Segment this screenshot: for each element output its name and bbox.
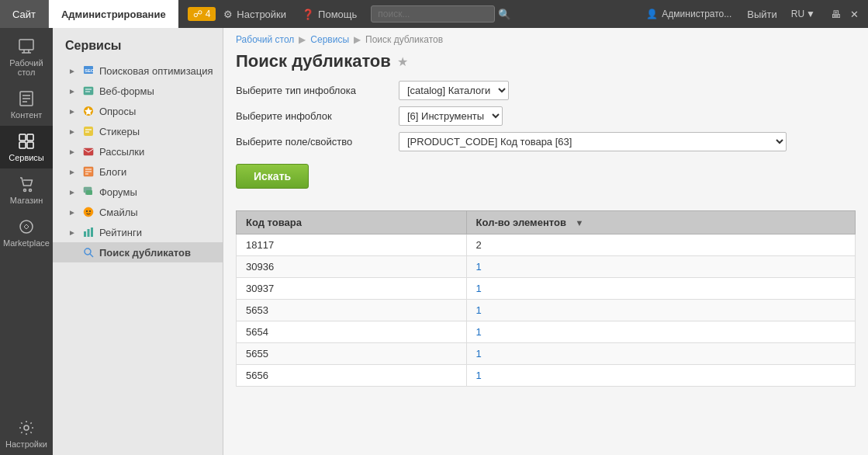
notifications-badge[interactable]: ☍ 4	[188, 7, 216, 21]
table-cell-code: 18117	[237, 234, 467, 256]
table-row[interactable]: 56551	[237, 343, 856, 365]
table-row[interactable]: 56541	[237, 321, 856, 343]
search-button[interactable]: 🔍	[495, 9, 514, 20]
help-icon: ❓	[302, 9, 314, 20]
top-navigation: Сайт Администрирование ☍ 4 ⚙ Настройки ❓…	[0, 0, 868, 28]
table-row[interactable]: 56561	[237, 365, 856, 387]
services-sidebar: Сервисы ► SEO Поисковая оптимизация ► Ве…	[53, 28, 223, 455]
sidebar-label-mailings: Рассылки	[99, 146, 144, 158]
infoblock-type-select[interactable]: [catalog] Каталоги	[399, 81, 509, 100]
sidebar-label-shop: Магазин	[10, 196, 43, 205]
blog-icon	[82, 165, 95, 178]
sidebar-item-smiles[interactable]: ► Смайлы	[53, 202, 223, 222]
field-row: Выберите поле/свойство [PRODUCT_CODE] Ко…	[236, 132, 856, 151]
table-row[interactable]: 181172	[237, 234, 856, 256]
results-table: Код товара Кол-во элементов ▼ 1811723093…	[236, 210, 856, 387]
services-sidebar-title: Сервисы	[53, 36, 223, 61]
svg-point-34	[89, 210, 91, 212]
sidebar-label-seo: Поисковая оптимизация	[99, 65, 213, 77]
breadcrumb-services[interactable]: Сервисы	[310, 34, 349, 45]
help-nav-item[interactable]: ❓ Помощь	[294, 0, 365, 28]
sidebar-label-settings: Настройки	[5, 439, 47, 449]
svg-rect-37	[91, 228, 93, 237]
settings-nav-item[interactable]: ⚙ Настройки	[216, 0, 294, 28]
webform-icon	[82, 85, 95, 97]
table-cell-count: 1	[466, 365, 855, 387]
poll-icon	[82, 105, 95, 117]
svg-line-39	[90, 254, 93, 257]
page-title-row: Поиск дубликатов ★	[223, 51, 868, 81]
sidebar-item-duplicates[interactable]: ► Поиск дубликатов	[53, 242, 223, 262]
shop-icon	[17, 175, 36, 193]
site-tab[interactable]: Сайт	[0, 0, 49, 28]
table-cell-count: 1	[466, 278, 855, 300]
sidebar-label-smiles: Смайлы	[99, 207, 138, 218]
table-cell-code: 5656	[237, 365, 467, 387]
main-content: Рабочий стол ▶ Сервисы ▶ Поиск дубликато…	[223, 28, 868, 455]
favorite-star-icon[interactable]: ★	[397, 54, 408, 69]
table-row[interactable]: 309361	[237, 256, 856, 278]
svg-point-32	[84, 207, 93, 217]
sidebar-item-marketplace[interactable]: Marketplace	[0, 211, 53, 254]
sidebar-item-mailings[interactable]: ► Рассылки	[53, 141, 223, 162]
filter-form: Выберите тип инфоблока [catalog] Каталог…	[223, 81, 868, 210]
svg-rect-31	[86, 190, 92, 195]
infoblock-label: Выберите инфоблок	[236, 110, 391, 122]
sidebar-item-shop[interactable]: Магазин	[0, 168, 53, 211]
language-selector[interactable]: RU ▼	[785, 9, 821, 19]
logout-button[interactable]: Выйти	[739, 9, 785, 20]
infoblock-select[interactable]: [6] Инструменты	[399, 106, 503, 126]
svg-point-13	[29, 189, 32, 192]
gear-icon: ⚙	[223, 9, 233, 20]
rating-icon	[82, 226, 95, 238]
svg-rect-18	[84, 87, 93, 95]
content-icon	[17, 89, 36, 108]
bell-icon: ☍	[193, 9, 202, 19]
svg-point-38	[85, 248, 91, 255]
svg-rect-36	[87, 229, 89, 237]
extra-icons: 🖶 ✕	[821, 7, 868, 22]
admin-tab[interactable]: Администрирование	[49, 0, 178, 28]
monitor-icon[interactable]: 🖶	[828, 7, 844, 22]
smile-icon	[82, 206, 95, 218]
sidebar-item-ratings[interactable]: ► Рейтинги	[53, 222, 223, 242]
sidebar-item-webforms[interactable]: ► Веб-формы	[53, 81, 223, 101]
services-icon	[17, 132, 36, 151]
search-input[interactable]	[371, 5, 495, 23]
sidebar-label-services: Сервисы	[9, 153, 44, 162]
breadcrumb-desktop[interactable]: Рабочий стол	[236, 34, 294, 45]
sidebar-item-stickers[interactable]: ► Стикеры	[53, 121, 223, 141]
sidebar-item-forums[interactable]: ► Форумы	[53, 182, 223, 202]
sticker-icon	[82, 125, 95, 137]
sidebar-item-desktop[interactable]: Рабочий стол	[0, 31, 53, 83]
breadcrumb-sep-2: ▶	[354, 34, 361, 45]
sidebar-item-settings[interactable]: Настройки	[0, 412, 53, 455]
svg-rect-11	[27, 142, 33, 148]
field-select[interactable]: [PRODUCT_CODE] Код товара [63]	[399, 132, 787, 151]
seo-icon: SEO	[82, 64, 95, 77]
col-count-header: Кол-во элементов ▼	[466, 211, 855, 234]
table-cell-code: 5653	[237, 300, 467, 321]
arrow-icon: ►	[68, 228, 76, 237]
sidebar-item-seo[interactable]: ► SEO Поисковая оптимизация	[53, 61, 223, 81]
table-cell-count: 1	[466, 256, 855, 278]
table-row[interactable]: 56531	[237, 300, 856, 321]
breadcrumb-sep-1: ▶	[299, 34, 306, 45]
user-menu[interactable]: 👤 Администрато...	[638, 9, 739, 19]
svg-point-14	[20, 221, 33, 233]
sidebar-item-content[interactable]: Контент	[0, 83, 53, 126]
search-button[interactable]: Искать	[236, 164, 309, 189]
sidebar-item-polls[interactable]: ► Опросы	[53, 101, 223, 121]
breadcrumb-current: Поиск дубликатов	[365, 34, 443, 45]
svg-point-15	[24, 425, 29, 430]
sidebar-item-services[interactable]: Сервисы	[0, 126, 53, 168]
table-row[interactable]: 309371	[237, 278, 856, 300]
sidebar-item-blogs[interactable]: ► Блоги	[53, 162, 223, 182]
table-cell-code: 5654	[237, 321, 467, 343]
table-cell-code: 5655	[237, 343, 467, 365]
breadcrumb: Рабочий стол ▶ Сервисы ▶ Поиск дубликато…	[223, 28, 868, 51]
desktop-icon	[17, 37, 36, 56]
svg-point-12	[24, 189, 26, 192]
sort-icon[interactable]: ▼	[576, 218, 584, 228]
close-icon[interactable]: ✕	[847, 7, 862, 22]
